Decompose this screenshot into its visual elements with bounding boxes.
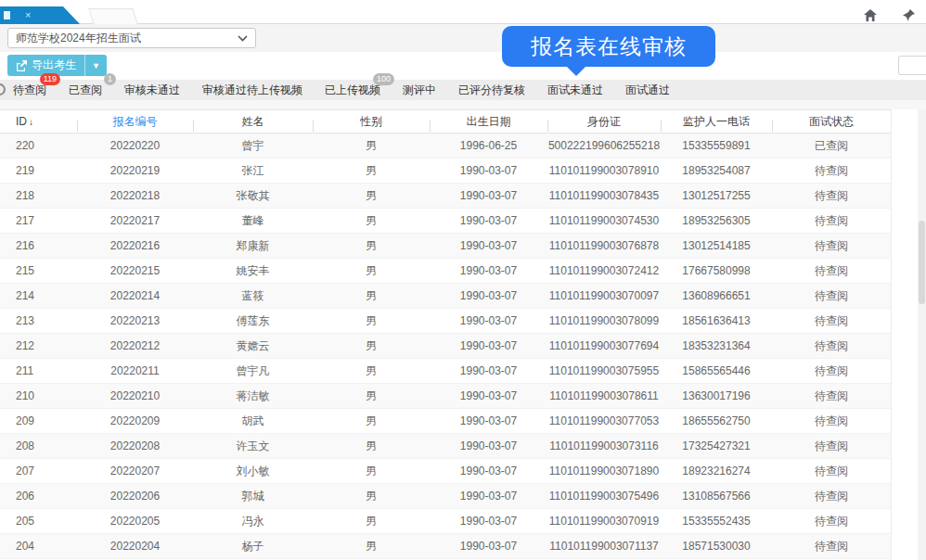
cell-id: 214 bbox=[0, 289, 77, 302]
pushpin-icon[interactable] bbox=[903, 9, 915, 21]
table-row[interactable]: 215 20220215 姚安丰 男 1990-03-07 1101011990… bbox=[0, 259, 891, 284]
browser-tab-strip: × bbox=[0, 6, 926, 24]
status-tab[interactable]: 测评中 bbox=[403, 83, 436, 98]
table-row[interactable]: 218 20220218 张敬其 男 1990-03-07 1101011990… bbox=[0, 184, 891, 209]
cell-name: 郭城 bbox=[193, 489, 313, 504]
search-input[interactable] bbox=[898, 56, 926, 75]
column-header-birthdate[interactable]: 出生日期 bbox=[430, 114, 547, 130]
status-tab-label: 已评分待复核 bbox=[458, 83, 525, 96]
column-header-name[interactable]: 姓名 bbox=[193, 114, 313, 130]
home-icon[interactable] bbox=[864, 9, 877, 21]
sort-desc-icon: ↓ bbox=[29, 117, 33, 127]
cell-guardian-phone: 17667580998 bbox=[661, 264, 772, 277]
vertical-scrollbar[interactable] bbox=[918, 109, 926, 560]
cell-appno: 20220204 bbox=[77, 540, 193, 553]
table-row[interactable]: 208 20220208 许玉文 男 1990-03-07 1101011990… bbox=[0, 434, 891, 459]
status-tab-badge: 119 bbox=[40, 73, 60, 85]
cell-birthdate: 1990-03-07 bbox=[430, 439, 547, 452]
table-row[interactable]: 220 20220220 曾宇 男 1996-06-25 50022219960… bbox=[0, 134, 891, 159]
table-row[interactable]: 214 20220214 蓝筱 男 1990-03-07 11010119900… bbox=[0, 284, 891, 309]
exam-select[interactable]: 师范学校2024年招生面试 bbox=[7, 28, 256, 48]
column-header-id[interactable]: ID↓ bbox=[0, 115, 77, 128]
divider bbox=[0, 100, 926, 109]
table-body: 220 20220220 曾宇 男 1996-06-25 50022219960… bbox=[0, 134, 891, 560]
cell-birthdate: 1990-03-07 bbox=[430, 389, 547, 402]
active-page-tab[interactable]: × bbox=[0, 6, 80, 24]
table-row[interactable]: 217 20220217 董峰 男 1990-03-07 11010119900… bbox=[0, 209, 891, 234]
cell-id: 211 bbox=[0, 364, 77, 377]
cell-id: 220 bbox=[0, 139, 77, 152]
cell-interview-status: 待查阅 bbox=[772, 188, 891, 204]
cell-name: 蓝筱 bbox=[193, 288, 313, 304]
table-row[interactable]: 205 20220205 冯永 男 1990-03-07 11010119900… bbox=[0, 509, 891, 534]
table-row[interactable]: 207 20220207 刘小敏 男 1990-03-07 1101011990… bbox=[0, 459, 891, 484]
cell-idcard: 110101199003075955 bbox=[547, 364, 661, 377]
cell-guardian-phone: 13608966651 bbox=[661, 289, 772, 302]
table-row[interactable]: 206 20220206 郭城 男 1990-03-07 11010119900… bbox=[0, 484, 891, 509]
table-row[interactable]: 213 20220213 傅莲东 男 1990-03-07 1101011990… bbox=[0, 309, 891, 334]
cell-interview-status: 待查阅 bbox=[772, 338, 891, 354]
cell-appno: 20220213 bbox=[77, 314, 193, 327]
table-row[interactable]: 204 20220204 杨子 男 1990-03-07 11010119900… bbox=[0, 534, 891, 559]
export-icon bbox=[16, 60, 27, 71]
cell-gender: 男 bbox=[313, 188, 430, 204]
cell-appno: 20220212 bbox=[77, 339, 193, 352]
table-row[interactable]: 210 20220210 蒋洁敏 男 1990-03-07 1101011990… bbox=[0, 384, 891, 409]
cell-interview-status: 待查阅 bbox=[772, 313, 891, 329]
cell-name: 蒋洁敏 bbox=[193, 388, 313, 404]
cell-name: 傅莲东 bbox=[193, 313, 313, 329]
scrollbar-thumb[interactable] bbox=[919, 221, 925, 304]
inactive-page-tab[interactable] bbox=[88, 8, 138, 24]
cell-name: 张江 bbox=[193, 163, 313, 179]
cell-appno: 20220209 bbox=[77, 414, 193, 427]
cell-idcard: 110101199003073116 bbox=[547, 439, 661, 452]
status-tab[interactable]: 面试未通过 bbox=[547, 83, 603, 98]
table-row[interactable]: 212 20220212 黄嫦云 男 1990-03-07 1101011990… bbox=[0, 334, 891, 359]
cell-gender: 男 bbox=[313, 439, 430, 454]
cell-birthdate: 1996-06-25 bbox=[430, 139, 547, 152]
status-tab[interactable]: 审核通过待上传视频 bbox=[202, 83, 302, 98]
table-row[interactable]: 219 20220219 张江 男 1990-03-07 11010119900… bbox=[0, 159, 891, 184]
cell-interview-status: 待查阅 bbox=[772, 414, 891, 429]
cell-name: 郑康新 bbox=[193, 238, 313, 254]
close-icon[interactable]: × bbox=[25, 10, 31, 20]
column-header-gender[interactable]: 性别 bbox=[313, 114, 430, 130]
column-header-interview-status[interactable]: 面试状态 bbox=[772, 114, 891, 130]
column-header-appno[interactable]: 报名编号 bbox=[77, 114, 193, 130]
status-tab[interactable]: 审核未通过 bbox=[124, 83, 180, 98]
cell-idcard: 110101199003070919 bbox=[547, 515, 661, 528]
status-tab-badge: 1 bbox=[104, 73, 116, 85]
cell-idcard: 110101199003078099 bbox=[547, 314, 661, 327]
status-tab[interactable]: 待查阅 119 bbox=[13, 83, 46, 98]
status-tab-label: 审核未通过 bbox=[124, 83, 180, 96]
status-tab[interactable]: 已查阅 1 bbox=[69, 83, 102, 98]
cell-birthdate: 1990-03-07 bbox=[430, 465, 547, 477]
cell-id: 204 bbox=[0, 540, 77, 553]
status-tab[interactable]: 已上传视频 100 bbox=[325, 83, 380, 98]
applicants-table: ID↓ 报名编号 姓名 性别 出生日期 身份证 监护人一电话 面试状态 220 … bbox=[0, 109, 891, 560]
cell-name: 曾宇 bbox=[193, 138, 313, 154]
cell-id: 205 bbox=[0, 515, 77, 528]
export-dropdown-caret[interactable]: ▼ bbox=[84, 55, 107, 76]
table-row[interactable]: 216 20220216 郑康新 男 1990-03-07 1101011990… bbox=[0, 234, 891, 259]
cell-id: 217 bbox=[0, 214, 77, 227]
table-row[interactable]: 209 20220209 胡武 男 1990-03-07 11010119900… bbox=[0, 409, 891, 434]
status-tab[interactable]: 面试通过 bbox=[625, 83, 670, 98]
cell-interview-status: 待查阅 bbox=[772, 439, 891, 454]
cell-interview-status: 待查阅 bbox=[772, 514, 891, 529]
cell-gender: 男 bbox=[313, 464, 430, 479]
column-header-guardian-phone[interactable]: 监护人一电话 bbox=[661, 114, 772, 130]
column-header-idcard[interactable]: 身份证 bbox=[547, 114, 661, 130]
cell-gender: 男 bbox=[313, 138, 430, 154]
cell-idcard: 110101199003072412 bbox=[547, 264, 661, 277]
cell-name: 董峰 bbox=[193, 213, 313, 229]
table-row[interactable]: 211 20220211 曾宇凡 男 1990-03-07 1101011990… bbox=[0, 359, 891, 384]
status-tab[interactable]: 已评分待复核 bbox=[458, 83, 525, 98]
cell-birthdate: 1990-03-07 bbox=[430, 189, 547, 202]
cell-idcard: 110101199003077053 bbox=[547, 414, 661, 427]
export-candidates-button[interactable]: 导出考生 ▼ bbox=[7, 55, 107, 76]
cell-id: 218 bbox=[0, 189, 77, 202]
cell-idcard: 110101199003071137 bbox=[547, 540, 661, 553]
cell-appno: 20220215 bbox=[77, 264, 193, 277]
chevron-down-icon bbox=[238, 35, 248, 42]
